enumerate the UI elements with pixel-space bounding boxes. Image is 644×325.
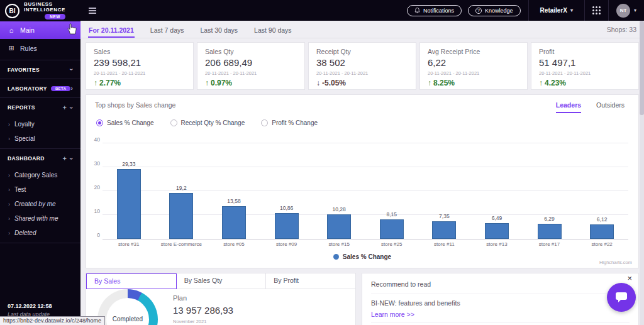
y-axis-tick: 10 (89, 208, 100, 214)
kpi-card[interactable]: Avg Receipt Price6,2220-11-2021 - 20-11-… (419, 42, 528, 90)
kpi-change: ↑0.97% (205, 79, 297, 87)
kpi-card[interactable]: Receipt Qty38 50220-11-2021 - 20-11-2021… (308, 42, 416, 90)
scrollbar[interactable] (640, 21, 644, 325)
kpi-value: 51 497,1 (539, 57, 631, 68)
chevron-right-icon: › (8, 187, 10, 193)
bar[interactable] (432, 221, 456, 239)
period-tab[interactable]: For 20.11.2021 (88, 22, 135, 38)
period-tab[interactable]: Last 7 days (150, 22, 185, 38)
recommend-item: BI-NEW: features and benefitsLearn more … (371, 294, 630, 323)
radio-icon (96, 119, 103, 126)
close-icon[interactable]: × (627, 274, 632, 282)
bar[interactable] (169, 193, 193, 239)
learn-more-link[interactable]: Learn more >> (371, 311, 630, 318)
chevron-down-icon: ▾ (634, 8, 636, 13)
bar[interactable] (222, 206, 246, 239)
kpi-label: Sales (94, 48, 186, 55)
chart-tab-outsiders[interactable]: Outsiders (596, 101, 625, 113)
divider (0, 243, 80, 243)
bar[interactable] (590, 224, 614, 239)
chart-legend[interactable]: Sales % Change (86, 253, 638, 260)
collapse-sidebar-icon[interactable] (89, 8, 96, 14)
plan-tab-by-sales[interactable]: By Sales (86, 273, 177, 289)
radio-icon (261, 119, 268, 126)
kpi-change-value: -5.05% (322, 79, 346, 87)
bi-logo-icon: BI (5, 4, 19, 18)
retailer-selector[interactable]: RetailerX ▾ (540, 7, 573, 14)
bar-column: 7,35 (418, 144, 471, 239)
period-tab[interactable]: Last 30 days (200, 22, 239, 38)
radio-icon (170, 119, 177, 126)
kpi-change: ↑4.23% (539, 79, 631, 87)
bar-value-label: 10,28 (333, 206, 346, 212)
plan-period: November 2021 (173, 319, 233, 324)
x-axis-label: store E-commerce (155, 241, 208, 247)
sidebar-item-created-by-me[interactable]: ›Created by me (0, 197, 80, 211)
plan-tab-by-sales-qty[interactable]: By Sales Qty (177, 273, 267, 289)
x-axis-label: store #31 (103, 241, 155, 247)
bi-dashboard-window: BI BUSINESS INTELLIGENCE NEW ⌂Main⊞Rules… (0, 0, 644, 325)
sidebar-item-shared-with-me[interactable]: ›Shared with me (0, 211, 80, 226)
y-axis-tick: 30 (89, 160, 100, 167)
bar[interactable] (485, 223, 509, 239)
sidebar-section-reports[interactable]: REPORTS + › (0, 97, 80, 117)
radio-sales-change[interactable]: Sales % Change (96, 119, 154, 126)
kpi-label: Receipt Qty (316, 48, 408, 55)
sidebar-item-deleted[interactable]: ›Deleted (0, 226, 80, 240)
kpi-change-value: 2.77% (99, 79, 121, 87)
chat-widget-button[interactable] (607, 283, 636, 312)
bar-value-label: 8,15 (386, 211, 397, 218)
sidebar-section-dashboard[interactable]: DASHBOARD + › (0, 148, 80, 168)
avatar[interactable]: NT (616, 4, 630, 18)
bar-column: 6,49 (470, 144, 523, 239)
knowledge-button[interactable]: ? Knowledge (468, 5, 521, 16)
add-dashboard-icon[interactable]: + (62, 155, 67, 162)
radio-receipt-qty-change[interactable]: Receipt Qty % Change (170, 119, 245, 126)
bar-value-label: 7,35 (439, 213, 450, 219)
kpi-card[interactable]: Sales Qty206 689,4920-11-2021 - 20-11-20… (197, 42, 305, 90)
divider (528, 0, 529, 21)
notifications-button[interactable]: Notifications (407, 5, 462, 16)
sidebar-item-label: Rules (20, 45, 37, 52)
bar[interactable] (275, 213, 299, 239)
arrow-up-icon: ↑ (205, 79, 209, 87)
arrow-up-icon: ↑ (428, 79, 431, 87)
status-bar-url: https://bnb2-dev.datawiz.io/c/248/home (0, 316, 105, 325)
chevron-down-icon: ▾ (570, 8, 573, 13)
sidebar-item-label: Main (20, 26, 35, 34)
kpi-card[interactable]: Sales239 598,2120-11-2021 - 20-11-2021↑2… (86, 42, 194, 90)
bar-column: 29,33 (103, 144, 155, 239)
bar-column: 8,15 (365, 144, 418, 239)
bar-value-label: 6,12 (597, 216, 608, 223)
y-axis-tick: 20 (89, 184, 100, 190)
bar[interactable] (380, 219, 404, 239)
highcharts-credit[interactable]: Highcharts.com (599, 260, 632, 265)
sidebar-section-favorites[interactable]: FAVORITES › (0, 60, 80, 79)
bar-value-label: 29,33 (122, 161, 135, 167)
user-menu[interactable]: NT ▾ (616, 4, 636, 18)
bar[interactable] (117, 169, 141, 239)
sidebar-item-category-sales[interactable]: ›Category Sales (0, 168, 80, 182)
bar-value-label: 10,86 (280, 205, 293, 211)
kpi-period: 20-11-2021 - 20-11-2021 (428, 70, 519, 76)
sidebar-item-test[interactable]: ›Test (0, 182, 80, 197)
apps-grid-icon[interactable] (592, 6, 601, 14)
chevron-right-icon: › (8, 201, 10, 207)
sidebar-section-laboratory[interactable]: LABORATORY BETA › (0, 79, 80, 97)
sidebar-item-label: Test (14, 186, 26, 193)
x-axis-label: store #09 (260, 241, 313, 247)
kpi-card[interactable]: Profit51 497,120-11-2021 - 20-11-2021↑4.… (531, 42, 639, 90)
bar[interactable] (538, 224, 562, 239)
sidebar-item-loyalty[interactable]: ›Loyalty (0, 117, 80, 131)
plan-tab-by-profit[interactable]: By Profit (266, 273, 355, 289)
add-report-icon[interactable]: + (62, 104, 67, 111)
bar[interactable] (327, 214, 351, 239)
chart-tab-leaders[interactable]: Leaders (556, 101, 581, 113)
radio-label: Receipt Qty % Change (181, 119, 245, 126)
period-tab[interactable]: Last 90 days (253, 22, 292, 38)
sidebar-item-rules[interactable]: ⊞Rules (0, 39, 80, 57)
radio-profit-change[interactable]: Profit % Change (261, 119, 318, 126)
sidebar-item-main[interactable]: ⌂Main (0, 21, 80, 39)
sidebar-item-special[interactable]: ›Special (0, 131, 80, 146)
topbar: Notifications ? Knowledge RetailerX ▾ NT… (80, 0, 644, 21)
